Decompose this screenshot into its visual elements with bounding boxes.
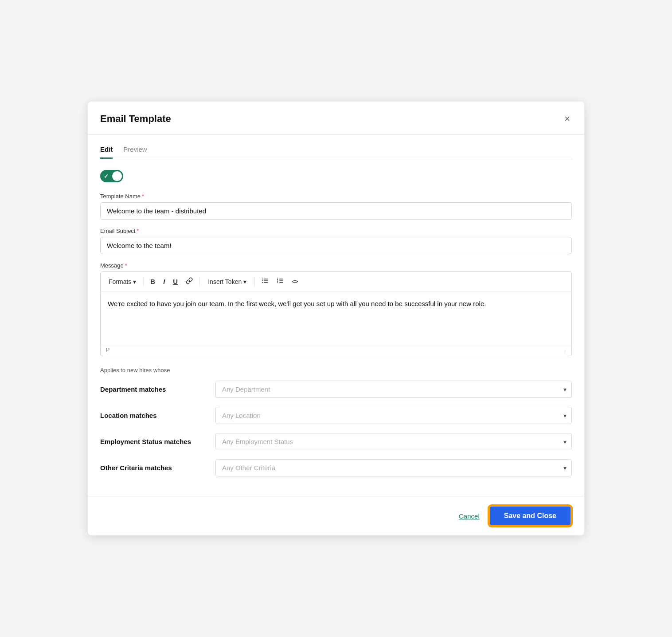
tab-preview[interactable]: Preview bbox=[123, 145, 147, 159]
other-criteria-select[interactable]: Any Other Criteria bbox=[215, 459, 572, 476]
save-and-close-button[interactable]: Save and Close bbox=[488, 505, 572, 527]
message-group: Message * Formats ▾ B I U bbox=[100, 262, 572, 356]
svg-point-5 bbox=[262, 282, 263, 283]
modal-footer: Cancel Save and Close bbox=[88, 496, 584, 535]
chevron-down-icon: ▾ bbox=[133, 278, 136, 285]
message-content-area[interactable]: We're excited to have you join our team.… bbox=[101, 291, 571, 345]
toggle-slider: ✓ bbox=[100, 170, 123, 182]
department-label: Department matches bbox=[100, 385, 207, 393]
location-select[interactable]: Any Location bbox=[215, 407, 572, 424]
close-button[interactable]: × bbox=[563, 112, 572, 126]
employment-status-label: Employment Status matches bbox=[100, 438, 207, 445]
bold-button[interactable]: B bbox=[147, 276, 158, 287]
tab-bar: Edit Preview bbox=[100, 145, 572, 159]
editor-footer: P ⌟ bbox=[101, 345, 571, 356]
modal-body: Edit Preview ✓ Template Name * Email Sub… bbox=[88, 135, 584, 496]
department-select[interactable]: Any Department bbox=[215, 381, 572, 398]
formats-button[interactable]: Formats ▾ bbox=[105, 276, 140, 287]
toolbar-divider-3 bbox=[254, 277, 255, 287]
required-star-2: * bbox=[137, 228, 139, 234]
template-name-group: Template Name * bbox=[100, 193, 572, 220]
applies-section: Applies to new hires whose Department ma… bbox=[100, 367, 572, 476]
required-star: * bbox=[142, 193, 144, 200]
link-button[interactable] bbox=[183, 275, 196, 287]
modal-title: Email Template bbox=[100, 113, 171, 125]
enabled-toggle[interactable]: ✓ bbox=[100, 170, 123, 182]
message-label: Message * bbox=[100, 262, 572, 269]
editor-toolbar: Formats ▾ B I U Insert Token ▾ bbox=[101, 272, 571, 291]
other-criteria-row: Other Criteria matches Any Other Criteri… bbox=[100, 459, 572, 476]
email-subject-group: Email Subject * bbox=[100, 228, 572, 254]
location-label: Location matches bbox=[100, 412, 207, 419]
employment-status-row: Employment Status matches Any Employment… bbox=[100, 433, 572, 450]
email-template-modal: Email Template × Edit Preview ✓ Template… bbox=[88, 102, 584, 535]
other-criteria-select-wrapper: Any Other Criteria ▾ bbox=[215, 459, 572, 476]
cancel-button[interactable]: Cancel bbox=[459, 512, 480, 520]
location-row: Location matches Any Location ▾ bbox=[100, 407, 572, 424]
message-editor: Formats ▾ B I U Insert Token ▾ bbox=[100, 271, 572, 356]
numbered-list-button[interactable]: 123 bbox=[273, 275, 287, 287]
italic-button[interactable]: I bbox=[160, 276, 168, 287]
format-indicator: P bbox=[106, 347, 109, 353]
resize-handle-icon: ⌟ bbox=[563, 347, 566, 353]
department-select-wrapper: Any Department ▾ bbox=[215, 381, 572, 398]
tab-edit[interactable]: Edit bbox=[100, 145, 113, 159]
svg-text:3: 3 bbox=[277, 281, 278, 283]
employment-status-select-wrapper: Any Employment Status ▾ bbox=[215, 433, 572, 450]
modal-header: Email Template × bbox=[88, 102, 584, 135]
email-subject-label: Email Subject * bbox=[100, 228, 572, 234]
bullet-list-button[interactable] bbox=[258, 275, 272, 287]
toggle-check-icon: ✓ bbox=[104, 173, 109, 180]
underline-button[interactable]: U bbox=[170, 276, 181, 287]
required-star-3: * bbox=[125, 262, 127, 269]
code-button[interactable]: <> bbox=[289, 276, 301, 287]
toggle-row: ✓ bbox=[100, 170, 572, 184]
employment-status-select[interactable]: Any Employment Status bbox=[215, 433, 572, 450]
svg-point-4 bbox=[262, 280, 263, 281]
toolbar-divider-2 bbox=[199, 277, 200, 287]
chevron-down-icon-2: ▾ bbox=[243, 278, 246, 285]
email-subject-input[interactable] bbox=[100, 237, 572, 254]
template-name-label: Template Name * bbox=[100, 193, 572, 200]
svg-point-3 bbox=[262, 279, 263, 279]
department-row: Department matches Any Department ▾ bbox=[100, 381, 572, 398]
insert-token-button[interactable]: Insert Token ▾ bbox=[203, 276, 251, 287]
toolbar-divider-1 bbox=[143, 277, 144, 287]
applies-label: Applies to new hires whose bbox=[100, 367, 572, 374]
other-criteria-label: Other Criteria matches bbox=[100, 464, 207, 472]
template-name-input[interactable] bbox=[100, 202, 572, 220]
location-select-wrapper: Any Location ▾ bbox=[215, 407, 572, 424]
